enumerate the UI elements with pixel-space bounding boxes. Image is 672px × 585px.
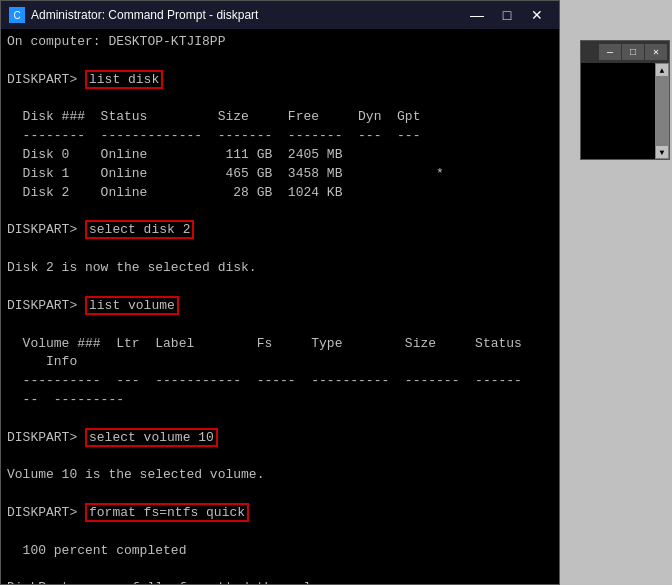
- blank-line-1: [7, 52, 553, 71]
- vol-table-header2: Info: [7, 353, 553, 372]
- scroll-thumb[interactable]: [655, 77, 669, 145]
- blank-line-2: [7, 90, 553, 109]
- title-bar-controls: — □ ✕: [463, 5, 551, 25]
- vol-table-sep1: ---------- --- ----------- ----- -------…: [7, 372, 553, 391]
- vol-table-sep2: -- ---------: [7, 391, 553, 410]
- close-button[interactable]: ✕: [523, 5, 551, 25]
- bg-close-button[interactable]: ✕: [645, 44, 667, 60]
- blank-line-10: [7, 523, 553, 542]
- disk-row-0: Disk 0 Online 111 GB 2405 MB: [7, 146, 553, 165]
- window-title: Administrator: Command Prompt - diskpart: [31, 8, 258, 22]
- select-disk-prompt: DISKPART> select disk 2: [7, 221, 553, 240]
- bg-title-bar: — □ ✕: [581, 41, 669, 63]
- scroll-up-arrow[interactable]: ▲: [655, 63, 669, 77]
- format-prompt: DISKPART> format fs=ntfs quick: [7, 504, 553, 523]
- disk-row-1: Disk 1 Online 465 GB 3458 MB *: [7, 165, 553, 184]
- bg-maximize-button[interactable]: □: [622, 44, 644, 60]
- select-volume-prompt: DISKPART> select volume 10: [7, 429, 553, 448]
- blank-line-8: [7, 448, 553, 467]
- vol-table-header1: Volume ### Ltr Label Fs Type Size Status: [7, 335, 553, 354]
- background-window: — □ ✕ ▲ ▼: [580, 40, 670, 160]
- disk-table-header: Disk ### Status Size Free Dyn Gpt: [7, 108, 553, 127]
- scroll-down-arrow[interactable]: ▼: [655, 145, 669, 159]
- list-volume-prompt: DISKPART> list volume: [7, 297, 553, 316]
- blank-line-6: [7, 316, 553, 335]
- computer-line: On computer: DESKTOP-KTJI8PP: [7, 33, 553, 52]
- disk-table-sep: -------- ------------- ------- ------- -…: [7, 127, 553, 146]
- blank-line-9: [7, 485, 553, 504]
- bg-scrollbar[interactable]: ▲ ▼: [655, 63, 669, 159]
- blank-line-4: [7, 240, 553, 259]
- title-bar: C Administrator: Command Prompt - diskpa…: [1, 1, 559, 29]
- blank-line-11: [7, 561, 553, 580]
- list-disk-prompt: DISKPART> list disk: [7, 71, 553, 90]
- disk-selected-msg: Disk 2 is now the selected disk.: [7, 259, 553, 278]
- blank-line-5: [7, 278, 553, 297]
- percent-completed: 100 percent completed: [7, 542, 553, 561]
- bg-minimize-button[interactable]: —: [599, 44, 621, 60]
- minimize-button[interactable]: —: [463, 5, 491, 25]
- terminal-body[interactable]: On computer: DESKTOP-KTJI8PP DISKPART> l…: [1, 29, 559, 584]
- disk-row-2: Disk 2 Online 28 GB 1024 KB: [7, 184, 553, 203]
- blank-line-7: [7, 410, 553, 429]
- title-bar-left: C Administrator: Command Prompt - diskpa…: [9, 7, 258, 23]
- volume-selected-msg: Volume 10 is the selected volume.: [7, 466, 553, 485]
- main-window: C Administrator: Command Prompt - diskpa…: [0, 0, 560, 585]
- format-success-msg: DiskPart successfully formatted the volu…: [7, 579, 553, 584]
- app-icon: C: [9, 7, 25, 23]
- maximize-button[interactable]: □: [493, 5, 521, 25]
- blank-line-3: [7, 203, 553, 222]
